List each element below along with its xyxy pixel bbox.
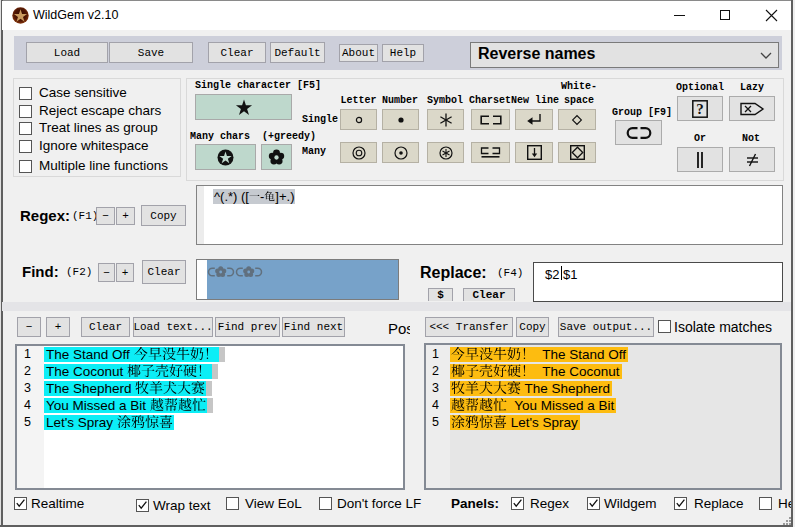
svg-text:?: ? bbox=[696, 101, 704, 117]
